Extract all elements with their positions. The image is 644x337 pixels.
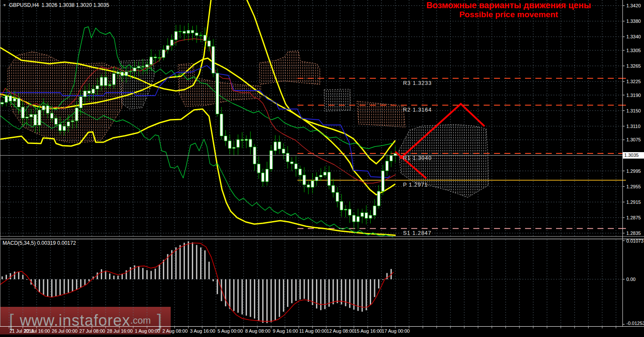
- panel-separator[interactable]: [0, 239, 644, 239]
- svg-text:-0.01253: -0.01253: [626, 321, 644, 326]
- svg-text:1.3075: 1.3075: [626, 137, 641, 142]
- svg-text:1.3380: 1.3380: [626, 19, 641, 24]
- time-axis[interactable]: 21 Jul 201622 Jul 16:0026 Jul 00:0027 Ju…: [9, 328, 410, 334]
- macd-name: MACD(5,34,5): [3, 240, 36, 246]
- panel-separator-top[interactable]: [0, 236, 644, 237]
- svg-text:1.3305: 1.3305: [626, 48, 641, 53]
- svg-text:27 Jul 08:00: 27 Jul 08:00: [79, 328, 105, 334]
- svg-text:15 Aug 16:00: 15 Aug 16:00: [354, 328, 382, 334]
- svg-text:22 Jul 16:00: 22 Jul 16:00: [24, 328, 50, 334]
- svg-text:1.3265: 1.3265: [626, 63, 641, 69]
- left-border: [0, 0, 0, 326]
- svg-text:1.3150: 1.3150: [626, 108, 641, 113]
- macd-panel[interactable]: [0, 241, 394, 323]
- price-movement-annotation: Возможные варианты движения цены Possibl…: [401, 1, 616, 19]
- svg-text:28 Jul 16:00: 28 Jul 16:00: [107, 328, 133, 334]
- svg-text:2 Aug 08:00: 2 Aug 08:00: [163, 328, 188, 334]
- price-axis[interactable]: 1.34201.33801.33401.33051.32651.32251.31…: [622, 3, 644, 326]
- svg-text:1.3110: 1.3110: [626, 124, 641, 129]
- macd-indicator-label: MACD(5,34,5) 0.00319 0.00172: [3, 240, 76, 246]
- svg-text:1.2995: 1.2995: [626, 168, 641, 174]
- pivot-label-r1: R1 1.3040: [403, 155, 432, 161]
- svg-text:11 Aug 00:00: 11 Aug 00:00: [299, 328, 327, 334]
- svg-text:1.2835: 1.2835: [626, 231, 641, 236]
- svg-text:1 Aug 00:00: 1 Aug 00:00: [135, 328, 160, 334]
- pivot-label-s1: S1 1.2847: [403, 230, 431, 236]
- svg-text:1.3420: 1.3420: [626, 3, 641, 8]
- pivot-label-r3: R3 1.3233: [403, 80, 432, 86]
- svg-text:9 Aug 16:00: 9 Aug 16:00: [273, 328, 298, 334]
- symbol-label: GBPUSD,H4: [9, 2, 39, 8]
- svg-text:26 Jul 00:00: 26 Jul 00:00: [52, 328, 78, 334]
- candlesticks: [1, 23, 397, 230]
- svg-text:3 Aug 16:00: 3 Aug 16:00: [190, 328, 216, 334]
- symbol-ohlc-values: 1.3026 1.3038 1.3020 1.3035: [41, 2, 109, 8]
- macd-value-main: 0.00319: [37, 240, 56, 246]
- axis-border: [622, 0, 623, 326]
- svg-text:0.00: 0.00: [626, 277, 635, 282]
- ichimoku-cloud-patches: [8, 51, 488, 197]
- symbol-dropdown-icon[interactable]: ▼: [3, 3, 6, 7]
- annotation-line-ru: Возможные варианты движения цены: [401, 1, 616, 10]
- pivot-label-p: P 1.2971: [403, 182, 428, 188]
- svg-text:8 Aug 08:00: 8 Aug 08:00: [245, 328, 271, 334]
- svg-text:17 Aug 00:00: 17 Aug 00:00: [382, 328, 410, 334]
- svg-text:1.2955: 1.2955: [626, 184, 641, 189]
- current-price-badge: 1.3035: [623, 152, 644, 159]
- macd-value-signal: 0.00172: [57, 240, 76, 246]
- svg-text:1.3190: 1.3190: [626, 93, 641, 98]
- svg-text:1.2875: 1.2875: [626, 215, 641, 220]
- svg-text:1.3225: 1.3225: [626, 79, 641, 84]
- macd-bottom-border: [0, 326, 644, 327]
- chart-canvas[interactable]: 1.34201.33801.33401.33051.32651.32251.31…: [0, 0, 644, 337]
- svg-text:1.3340: 1.3340: [626, 34, 641, 39]
- annotation-line-en: Possible price movement: [401, 10, 616, 19]
- svg-text:1.2915: 1.2915: [626, 200, 641, 205]
- svg-text:5 Aug 00:00: 5 Aug 00:00: [218, 328, 243, 334]
- symbol-info-bar: ▼ GBPUSD,H4 1.3026 1.3038 1.3020 1.3035: [3, 2, 109, 8]
- svg-text:12 Aug 08:00: 12 Aug 08:00: [327, 328, 355, 334]
- svg-text:0.01073: 0.01073: [626, 238, 644, 243]
- mt4-chart-window: [ www.instaforex .com ] 1.34201.33801.33…: [0, 0, 644, 337]
- pivot-label-r2: R2 1.3164: [403, 107, 432, 113]
